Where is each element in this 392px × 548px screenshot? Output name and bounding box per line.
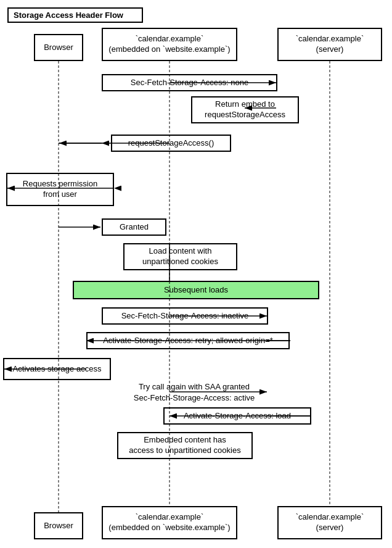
browser-bottom-box: Browser [34,512,83,539]
return-embed-box: Return embed to requestStorageAccess [191,96,299,123]
subsequent-loads-box: Subsequent loads [73,281,319,299]
sec-fetch-none-box: Sec-Fetch-Storage-Access: none [102,74,277,91]
browser-top-box: Browser [34,34,83,61]
calendar-embedded-bottom-box: `calendar.example` (embedded on `website… [102,506,237,539]
granted-box: Granted [102,218,166,236]
title-text: Storage Access Header Flow [14,10,123,20]
activates-storage-box: Activates storage access [3,358,111,380]
calendar-server-top-box: `calendar.example` (server) [277,28,382,61]
calendar-server-bottom-box: `calendar.example` (server) [277,506,382,539]
sec-fetch-inactive-box: Sec-Fetch-Storage-Access: inactive [102,307,268,325]
load-content-box: Load content with unpartitioned cookies [123,243,237,270]
diagram-container: Storage Access Header Flow Browser `cale… [0,0,392,548]
try-call-again-label: Try call again with SAA granted Sec-Fetc… [102,381,287,404]
title-box: Storage Access Header Flow [7,7,143,23]
request-storage-access-box: requestStorageAccess() [111,135,231,152]
activate-storage-retry-box: Activate-Storage-Access: retry; allowed-… [86,332,290,349]
embedded-content-box: Embedded content has access to unpartiti… [117,432,253,459]
activate-storage-load-box: Activate-Storage-Access: load [163,407,311,425]
calendar-embedded-top-box: `calendar.example` (embedded on `website… [102,28,237,61]
requests-permission-box: Requests permission from user [6,173,114,206]
